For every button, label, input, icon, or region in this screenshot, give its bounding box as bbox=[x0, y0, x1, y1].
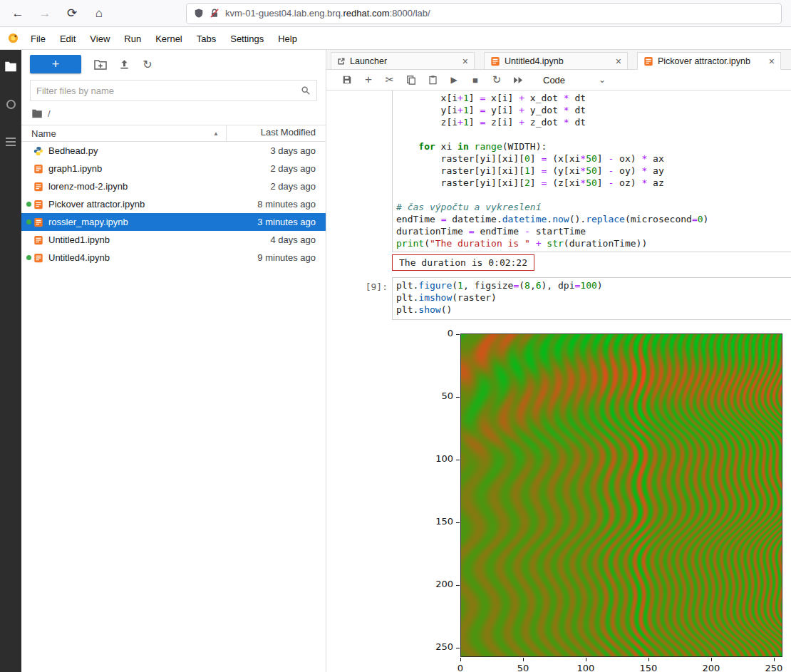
browser-toolbar: ← → ⟳ ⌂ kvm-01-guest04.lab.eng.brq.redha… bbox=[0, 0, 791, 27]
app-icon bbox=[8, 33, 19, 43]
tab-untitled4-ipynb[interactable]: Untitled4.ipynb× bbox=[484, 52, 628, 70]
forward-button[interactable]: → bbox=[34, 4, 56, 24]
notebook-toolbar: + ✂ ▶ ■ ↻ Code ⌄ bbox=[326, 70, 791, 91]
jupyterlab-window: ← → ⟳ ⌂ kvm-01-guest04.lab.eng.brq.redha… bbox=[0, 0, 791, 672]
toc-tab-icon[interactable] bbox=[4, 135, 18, 149]
refresh-button[interactable]: ↻ bbox=[139, 56, 156, 73]
notebook-file-icon bbox=[33, 252, 44, 264]
running-sessions-tab-icon[interactable] bbox=[4, 97, 18, 111]
file-row[interactable]: Untitled4.ipynb9 minutes ago bbox=[21, 249, 326, 267]
menu-edit[interactable]: Edit bbox=[53, 30, 83, 48]
menu-run[interactable]: Run bbox=[117, 30, 148, 48]
shield-icon[interactable] bbox=[194, 8, 204, 19]
y-tick-label: 100 bbox=[420, 453, 453, 464]
y-tick-mark bbox=[456, 585, 460, 586]
url-text: kvm-01-guest04.lab.eng.brq.redhat.com:80… bbox=[225, 8, 430, 19]
file-row[interactable]: Bedhead.py3 days ago bbox=[21, 142, 326, 160]
upload-button[interactable] bbox=[115, 56, 133, 73]
menu-settings[interactable]: Settings bbox=[223, 30, 271, 48]
column-last-modified[interactable]: Last Modified bbox=[226, 125, 326, 142]
y-tick-label: 200 bbox=[420, 579, 453, 589]
home-button[interactable]: ⌂ bbox=[88, 4, 110, 24]
back-button[interactable]: ← bbox=[7, 4, 29, 24]
menu-view[interactable]: View bbox=[83, 30, 117, 48]
x-tick-mark bbox=[774, 658, 775, 661]
menu-tabs[interactable]: Tabs bbox=[190, 30, 223, 48]
tab-label: Untitled4.ipynb bbox=[505, 56, 564, 66]
new-launcher-button[interactable]: + bbox=[30, 55, 81, 73]
search-icon bbox=[301, 86, 311, 95]
cell-output-text: The duration is 0:02:22 bbox=[392, 254, 534, 271]
add-cell-button[interactable]: + bbox=[358, 71, 379, 88]
tab-close-icon[interactable]: × bbox=[769, 56, 775, 66]
tab-pickover-attractor-ipynb[interactable]: Pickover attractor.ipynb× bbox=[637, 52, 781, 70]
insecure-lock-icon[interactable] bbox=[210, 8, 219, 19]
notebook-icon bbox=[643, 56, 653, 66]
y-tick-label: 150 bbox=[420, 516, 453, 527]
save-button[interactable] bbox=[336, 71, 358, 88]
notebook-file-icon bbox=[33, 181, 44, 192]
menu-kernel[interactable]: Kernel bbox=[148, 30, 190, 48]
menubar: FileEditViewRunKernelTabsSettingsHelp bbox=[0, 27, 791, 50]
menubar-items: FileEditViewRunKernelTabsSettingsHelp bbox=[24, 32, 304, 45]
column-name[interactable]: Name bbox=[31, 128, 56, 139]
copy-cells-button[interactable] bbox=[400, 71, 422, 88]
file-list: Bedhead.py3 days agograph1.ipynb2 days a… bbox=[21, 142, 326, 267]
file-modified: 4 days ago bbox=[270, 234, 326, 245]
filter-input[interactable] bbox=[36, 86, 301, 96]
file-modified: 3 days ago bbox=[270, 145, 326, 156]
file-name: rossler_mapy.ipynb bbox=[48, 217, 128, 227]
chevron-down-icon: ⌄ bbox=[599, 75, 606, 85]
x-tick-label: 200 bbox=[696, 663, 727, 672]
y-tick-label: 250 bbox=[420, 641, 453, 652]
breadcrumb-root[interactable]: / bbox=[48, 108, 51, 119]
file-row[interactable]: graph1.ipynb2 days ago bbox=[21, 160, 326, 177]
run-indicator-cell bbox=[24, 255, 33, 260]
x-tick-label: 50 bbox=[507, 663, 539, 672]
tab-close-icon[interactable]: × bbox=[616, 56, 621, 66]
file-modified: 8 minutes ago bbox=[257, 199, 326, 210]
stop-button[interactable]: ■ bbox=[465, 71, 486, 88]
file-row[interactable]: Pickover attractor.ipynb8 minutes ago bbox=[21, 195, 326, 213]
cell-prompt: [9]: bbox=[326, 281, 388, 292]
code-cell-editor[interactable]: plt.figure(1, figsize=(8,6), dpi=100)plt… bbox=[392, 277, 791, 320]
file-browser-toolbar: + ↻ bbox=[21, 50, 326, 77]
cell-type-dropdown[interactable]: Code ⌄ bbox=[539, 73, 610, 87]
file-row[interactable]: Untitled1.ipynb4 days ago bbox=[21, 231, 326, 249]
y-tick-mark bbox=[456, 460, 460, 460]
url-bar[interactable]: kvm-01-guest04.lab.eng.brq.redhat.com:80… bbox=[187, 4, 781, 24]
running-kernel-dot bbox=[26, 202, 31, 207]
menu-file[interactable]: File bbox=[24, 30, 53, 48]
y-tick-mark bbox=[456, 522, 460, 523]
file-browser-panel: + ↻ / bbox=[21, 50, 326, 672]
y-tick-mark bbox=[456, 648, 460, 648]
file-browser-tab-icon[interactable] bbox=[4, 59, 18, 73]
notebook-icon bbox=[490, 56, 500, 66]
menu-help[interactable]: Help bbox=[271, 30, 304, 48]
cut-cells-button[interactable]: ✂ bbox=[379, 71, 400, 88]
main-area: Launcher×Untitled4.ipynb×Pickover attrac… bbox=[326, 50, 791, 672]
file-modified: 3 minutes ago bbox=[257, 217, 326, 227]
paste-cells-button[interactable] bbox=[422, 71, 443, 88]
restart-kernel-button[interactable]: ↻ bbox=[486, 71, 507, 88]
x-tick-label: 100 bbox=[570, 663, 601, 672]
x-tick-mark bbox=[648, 658, 649, 661]
breadcrumb[interactable]: / bbox=[21, 101, 326, 125]
reload-button[interactable]: ⟳ bbox=[61, 4, 83, 24]
running-kernel-dot bbox=[26, 219, 31, 224]
tab-label: Launcher bbox=[350, 56, 387, 66]
file-row[interactable]: rossler_mapy.ipynb3 minutes ago bbox=[21, 213, 326, 231]
run-button[interactable]: ▶ bbox=[443, 71, 465, 88]
cell-type-value: Code bbox=[543, 75, 565, 86]
tab-close-icon[interactable]: × bbox=[462, 56, 468, 66]
launcher-icon bbox=[337, 57, 346, 66]
restart-run-all-button[interactable] bbox=[507, 71, 529, 88]
sort-ascending-icon[interactable]: ▲ bbox=[213, 130, 219, 137]
x-tick-mark bbox=[711, 658, 712, 661]
code-cell-editor[interactable]: x[i+1] = x[i] + x_dot * dt y[i+1] = y[i]… bbox=[392, 91, 791, 252]
new-folder-button[interactable] bbox=[92, 56, 109, 73]
tab-launcher[interactable]: Launcher× bbox=[331, 52, 475, 70]
cell-a-code: x[i+1] = x[i] + x_dot * dt y[i+1] = y[i]… bbox=[396, 92, 791, 249]
file-row[interactable]: lorenz-mod-2.ipynb2 days ago bbox=[21, 177, 326, 195]
y-tick-label: 0 bbox=[420, 328, 453, 338]
